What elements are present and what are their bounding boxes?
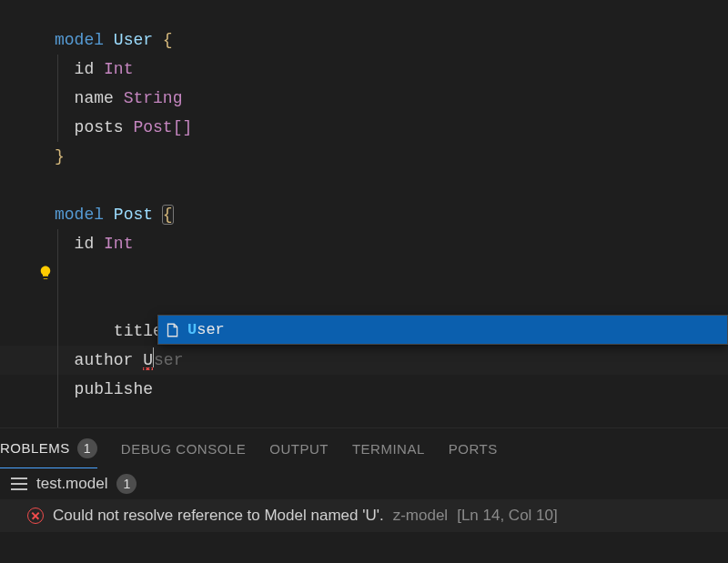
problems-count-badge: 1 bbox=[77, 438, 97, 458]
field-name: posts bbox=[75, 118, 124, 136]
problems-file-name: test.model bbox=[36, 475, 107, 493]
tab-ports-label: PORTS bbox=[449, 441, 498, 457]
code-line[interactable]: model Post { bbox=[0, 200, 728, 229]
code-line[interactable] bbox=[0, 171, 728, 200]
field-type: String bbox=[124, 89, 183, 107]
autocomplete-label: User bbox=[187, 316, 225, 345]
code-line[interactable]: } bbox=[0, 142, 728, 171]
type-name: Post bbox=[114, 206, 153, 224]
autocomplete-popup[interactable]: User bbox=[157, 315, 728, 345]
field-name: id bbox=[75, 60, 95, 78]
code-line[interactable]: id Int bbox=[0, 229, 728, 258]
tab-problems[interactable]: ROBLEMS 1 bbox=[0, 428, 97, 468]
code-line[interactable]: name String bbox=[0, 84, 728, 113]
code-line[interactable]: model User { bbox=[0, 25, 728, 55]
autocomplete-item[interactable]: User bbox=[158, 316, 727, 344]
indent-guide bbox=[57, 229, 58, 258]
tab-terminal-label: TERMINAL bbox=[352, 441, 425, 457]
class-icon bbox=[164, 322, 180, 338]
code-line[interactable]: posts Post[] bbox=[0, 113, 728, 142]
field-type: Int bbox=[104, 60, 133, 78]
problem-message: Could not resolve reference to Model nam… bbox=[53, 507, 384, 525]
indent-guide bbox=[57, 258, 58, 346]
field-type: Post[] bbox=[133, 118, 192, 136]
autocomplete-match: U bbox=[187, 321, 197, 338]
panel-tabs: ROBLEMS 1 DEBUG CONSOLE OUTPUT TERMINAL … bbox=[0, 428, 728, 468]
file-problem-count: 1 bbox=[116, 474, 136, 494]
tab-output-label: OUTPUT bbox=[269, 441, 329, 457]
error-token: U bbox=[143, 351, 153, 370]
error-icon bbox=[27, 508, 44, 524]
inline-suggestion: ser bbox=[154, 351, 183, 369]
type-name: User bbox=[114, 31, 153, 49]
lightbulb-icon[interactable] bbox=[37, 265, 54, 281]
indent-guide bbox=[57, 55, 58, 84]
tab-ports[interactable]: PORTS bbox=[449, 428, 498, 468]
problem-location: [Ln 14, Col 10] bbox=[457, 507, 558, 525]
indent-guide bbox=[57, 113, 58, 142]
problem-source: z-model bbox=[393, 507, 448, 525]
tab-problems-label: ROBLEMS bbox=[0, 440, 70, 456]
bottom-panel: ROBLEMS 1 DEBUG CONSOLE OUTPUT TERMINAL … bbox=[0, 427, 728, 563]
tab-debug-console[interactable]: DEBUG CONSOLE bbox=[121, 428, 246, 468]
indent-guide bbox=[57, 375, 58, 404]
autocomplete-rest: ser bbox=[197, 321, 225, 338]
code-line-active[interactable]: author User bbox=[0, 346, 728, 375]
tab-output[interactable]: OUTPUT bbox=[269, 428, 329, 468]
field-name: author bbox=[75, 351, 134, 369]
field-name: publishe bbox=[75, 380, 153, 398]
indent-guide bbox=[57, 346, 58, 375]
open-brace: { bbox=[163, 31, 173, 49]
field-name: title bbox=[114, 322, 163, 340]
field-type: Int bbox=[104, 235, 133, 253]
indent-guide bbox=[57, 84, 58, 113]
keyword-model: model bbox=[55, 206, 104, 224]
code-editor[interactable]: model User { id Int name String posts Po… bbox=[0, 0, 728, 427]
field-name: id bbox=[75, 235, 95, 253]
field-name: name bbox=[75, 89, 114, 107]
tab-debug-label: DEBUG CONSOLE bbox=[121, 441, 246, 457]
problems-file-row[interactable]: test.model 1 bbox=[0, 468, 728, 499]
keyword-model: model bbox=[55, 31, 104, 49]
code-line[interactable]: id Int bbox=[0, 55, 728, 84]
close-brace: } bbox=[55, 147, 65, 166]
open-brace: { bbox=[163, 206, 173, 224]
tab-terminal[interactable]: TERMINAL bbox=[352, 428, 425, 468]
problem-item[interactable]: Could not resolve reference to Model nam… bbox=[0, 499, 728, 532]
file-icon bbox=[11, 478, 27, 490]
code-line[interactable]: publishe bbox=[0, 375, 728, 404]
